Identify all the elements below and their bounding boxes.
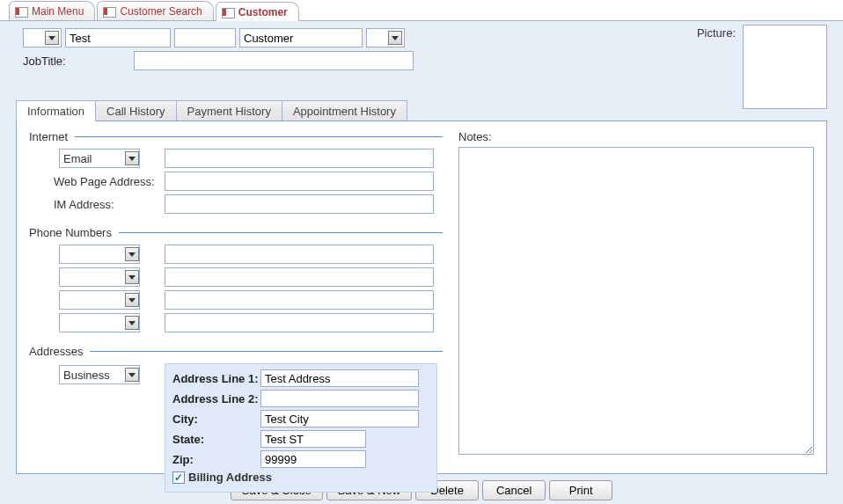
tab-appointment-history[interactable]: Appointment History	[282, 100, 407, 121]
city-input[interactable]	[260, 410, 419, 427]
dropdown-arrow-icon	[125, 247, 139, 261]
address-line2-input[interactable]	[260, 390, 419, 407]
phone-number-input-3[interactable]	[165, 313, 434, 332]
section-line	[75, 136, 443, 137]
address-detail-panel: Address Line 1: Address Line 2: City:	[165, 363, 437, 493]
internet-section-label: Internet	[29, 130, 68, 143]
section-line	[90, 351, 443, 352]
zip-input[interactable]	[260, 450, 366, 468]
zip-label: Zip:	[172, 453, 260, 466]
state-input[interactable]	[260, 430, 366, 448]
phone-number-input-2[interactable]	[165, 290, 434, 310]
cancel-button[interactable]: Cancel	[482, 480, 546, 500]
title-dropdown[interactable]	[23, 28, 62, 47]
picture-label: Picture:	[697, 26, 736, 40]
tab-page-information: Internet Email Web Page Address: IM	[16, 121, 827, 474]
jobtitle-label: JobTitle:	[23, 55, 127, 68]
tab-payment-history[interactable]: Payment History	[176, 100, 282, 121]
phone-section-header: Phone Numbers	[29, 226, 443, 239]
tab-call-history[interactable]: Call History	[95, 100, 176, 121]
dropdown-arrow-icon	[125, 151, 139, 165]
window-tab-customer-search[interactable]: Customer Search	[97, 1, 213, 20]
city-label: City:	[172, 413, 260, 426]
phone-type-dropdown-0[interactable]	[59, 245, 140, 264]
phone-number-input-1[interactable]	[165, 267, 434, 287]
print-button[interactable]: Print	[549, 480, 612, 500]
phone-type-dropdown-3[interactable]	[59, 313, 140, 332]
email-input[interactable]	[165, 149, 434, 168]
form-icon	[15, 6, 27, 17]
detail-tabcontrol: Information Call History Payment History…	[16, 100, 827, 475]
email-type-value: Email	[63, 152, 92, 165]
phone-type-dropdown-1[interactable]	[59, 267, 140, 287]
address-type-value: Business	[63, 369, 110, 382]
form-icon	[222, 7, 234, 18]
window-tabstrip: Main Menu Customer Search Customer	[0, 0, 843, 21]
im-label: IM Address:	[29, 198, 165, 211]
address-type-dropdown[interactable]: Business	[59, 365, 140, 384]
dropdown-arrow-icon	[125, 316, 139, 330]
dropdown-arrow-icon	[125, 293, 139, 307]
phone-number-input-0[interactable]	[165, 245, 434, 264]
webpage-input[interactable]	[165, 172, 434, 191]
addresses-section-label: Addresses	[29, 345, 83, 358]
picture-box[interactable]	[743, 25, 827, 109]
billing-address-checkbox[interactable]	[172, 471, 185, 484]
address-line1-input[interactable]	[260, 369, 419, 387]
window-tab-customer[interactable]: Customer	[216, 2, 299, 21]
middle-name-input[interactable]	[174, 28, 236, 47]
dropdown-arrow-icon	[125, 270, 139, 284]
im-input[interactable]	[165, 194, 434, 214]
window-tab-main-menu[interactable]: Main Menu	[9, 1, 95, 20]
address-line2-label: Address Line 2:	[172, 392, 260, 405]
phone-type-dropdown-2[interactable]	[59, 290, 140, 310]
dropdown-arrow-icon	[45, 31, 59, 45]
tab-information[interactable]: Information	[16, 100, 96, 121]
section-line	[119, 232, 443, 233]
webpage-label: Web Page Address:	[29, 175, 165, 188]
addresses-section-header: Addresses	[29, 345, 443, 358]
window-tab-label: Main Menu	[32, 5, 84, 18]
suffix-dropdown[interactable]	[366, 28, 405, 47]
jobtitle-input[interactable]	[134, 51, 414, 70]
first-name-input[interactable]	[65, 28, 171, 47]
last-name-input[interactable]	[239, 28, 363, 47]
dropdown-arrow-icon	[388, 31, 402, 45]
window-tab-label: Customer	[238, 6, 288, 18]
customer-form: JobTitle: Picture: Information Call Hist…	[0, 21, 843, 504]
billing-address-label: Billing Address	[188, 471, 272, 484]
email-type-dropdown[interactable]: Email	[59, 149, 140, 168]
form-icon	[103, 6, 115, 17]
notes-label: Notes:	[458, 130, 814, 143]
address-line1-label: Address Line 1:	[172, 372, 260, 385]
notes-textarea[interactable]	[458, 147, 814, 455]
state-label: State:	[172, 433, 260, 446]
phone-section-label: Phone Numbers	[29, 226, 112, 239]
window-tab-label: Customer Search	[120, 5, 202, 18]
internet-section-header: Internet	[29, 130, 443, 143]
dropdown-arrow-icon	[125, 368, 139, 382]
